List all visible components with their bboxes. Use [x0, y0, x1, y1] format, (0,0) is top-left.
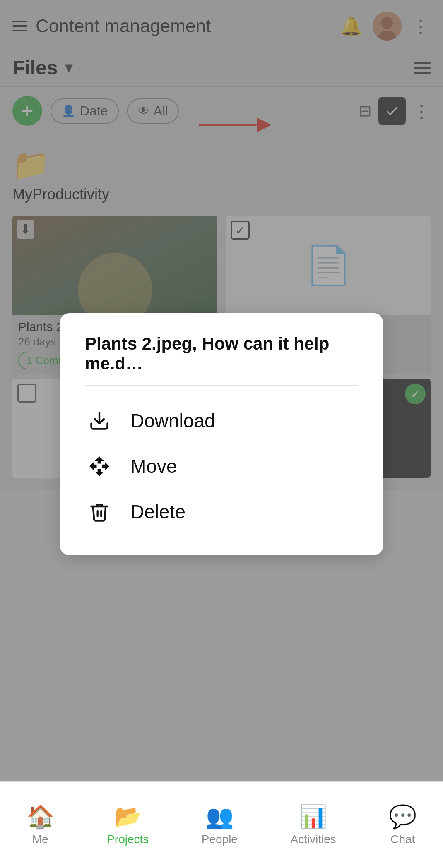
nav-label-people: People [202, 833, 238, 846]
nav-item-activities[interactable]: 📊 Activities [282, 799, 344, 850]
nav-label-chat: Chat [390, 833, 415, 846]
move-icon [85, 456, 114, 477]
bottom-navigation: 🏠 Me 📂 Projects 👥 People 📊 Activities 💬 … [0, 781, 443, 868]
nav-label-activities: Activities [290, 833, 336, 846]
nav-item-people[interactable]: 👥 People [193, 799, 246, 850]
nav-item-projects[interactable]: 📂 Projects [99, 799, 157, 850]
activities-icon: 📊 [299, 803, 327, 830]
delete-menu-item[interactable]: Delete [85, 489, 358, 535]
home-icon: 🏠 [26, 803, 54, 830]
projects-icon: 📂 [114, 803, 142, 830]
nav-label-me: Me [32, 833, 48, 846]
download-label: Download [130, 410, 215, 432]
people-icon: 👥 [206, 803, 234, 830]
modal-title: Plants 2.jpeg, How can it help me.d… [85, 334, 358, 386]
download-menu-item[interactable]: Download [85, 398, 358, 444]
nav-item-chat[interactable]: 💬 Chat [380, 799, 425, 850]
modal-overlay[interactable]: Plants 2.jpeg, How can it help me.d… Dow… [0, 0, 443, 868]
delete-label: Delete [130, 501, 185, 523]
chat-icon: 💬 [389, 803, 417, 830]
delete-icon [85, 501, 114, 523]
nav-item-me[interactable]: 🏠 Me [18, 799, 63, 850]
move-label: Move [130, 455, 177, 477]
download-icon [85, 410, 114, 432]
context-menu-modal: Plants 2.jpeg, How can it help me.d… Dow… [60, 313, 383, 555]
nav-label-projects: Projects [107, 833, 149, 846]
move-menu-item[interactable]: Move [85, 444, 358, 489]
